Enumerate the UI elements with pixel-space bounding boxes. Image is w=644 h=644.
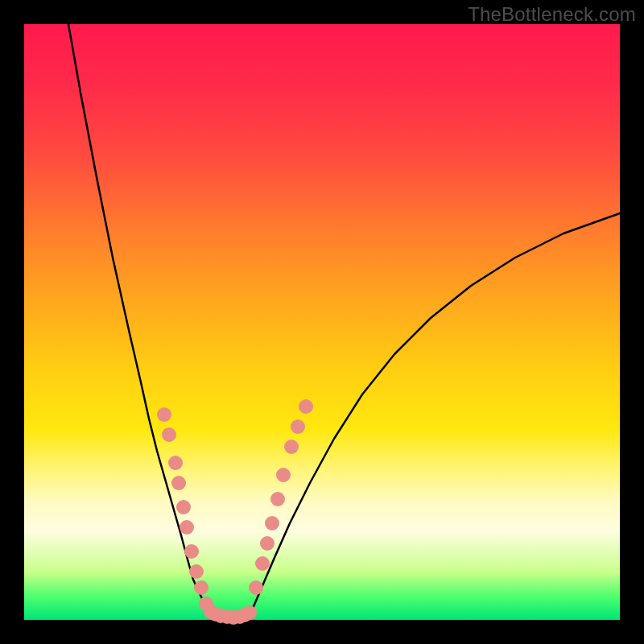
left-dots-point: [189, 564, 204, 579]
plot-area: [24, 24, 620, 620]
bottleneck-curve: [68, 24, 620, 618]
right-dots-point: [265, 516, 279, 530]
left-dots-point: [162, 427, 176, 442]
watermark-text: TheBottleneck.com: [468, 3, 636, 26]
chart-frame: TheBottleneck.com: [0, 0, 644, 644]
dot-group: [157, 399, 313, 625]
right-dots-point: [270, 492, 285, 506]
bottom-dots-point: [242, 605, 257, 620]
left-dots-point: [171, 476, 186, 490]
right-dots-point: [291, 419, 305, 434]
left-dots-point: [168, 456, 183, 470]
chart-overlay-svg: [24, 24, 620, 620]
right-dots-point: [249, 580, 263, 595]
right-dots-point: [284, 440, 299, 454]
right-dots-point: [255, 556, 270, 571]
curve-group: [68, 24, 620, 618]
left-dots-point: [194, 580, 208, 595]
right-dots-point: [299, 399, 313, 414]
left-dots-point: [176, 500, 191, 514]
right-dots-point: [260, 536, 275, 551]
left-dots-point: [184, 544, 199, 559]
right-dots-point: [276, 468, 291, 482]
left-dots-point: [180, 520, 194, 535]
left-dots-point: [157, 407, 171, 422]
